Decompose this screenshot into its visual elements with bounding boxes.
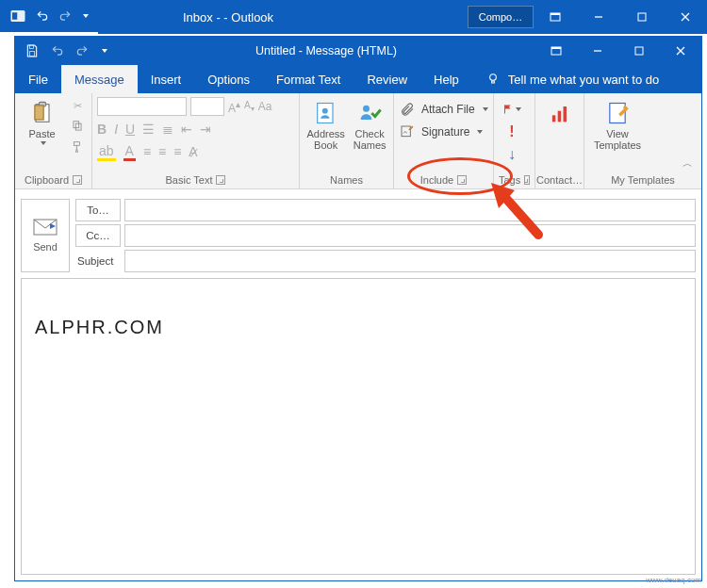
send-button[interactable]: Send (21, 199, 70, 272)
address-book-button[interactable]: Address Book (304, 96, 347, 151)
dialog-launcher-icon[interactable] (524, 175, 530, 185)
group-include: Attach File Signature Include (394, 93, 494, 188)
cc-input[interactable] (124, 224, 696, 247)
svg-rect-29 (563, 106, 567, 122)
undo-icon[interactable] (36, 9, 49, 23)
svg-rect-27 (551, 115, 555, 122)
svg-rect-28 (557, 111, 561, 122)
redo-icon[interactable] (58, 9, 72, 23)
send-label: Send (33, 241, 58, 253)
lightbulb-icon (485, 72, 501, 87)
svg-point-24 (322, 108, 328, 114)
paste-label: Paste (28, 128, 55, 139)
tab-help[interactable]: Help (420, 65, 472, 93)
tab-options[interactable]: Options (194, 65, 263, 93)
parent-qat (0, 0, 98, 34)
group-contacts: Contact… (535, 93, 584, 188)
taskbar-compose-tab[interactable]: Compo… (468, 6, 534, 28)
check-names-button[interactable]: Check Names (351, 96, 388, 151)
view-templates-label: View Templates (589, 128, 646, 151)
svg-point-16 (489, 74, 496, 81)
tab-review[interactable]: Review (354, 65, 420, 93)
font-size-input[interactable] (190, 97, 224, 116)
group-basic-text: A▴ A▾ Aa B I U ☰ ≣ ⇤ ⇥ ab (92, 93, 300, 188)
align-center-icon[interactable]: ≡ (158, 144, 166, 159)
chevron-down-icon (41, 141, 46, 145)
increase-indent-icon[interactable]: ⇥ (200, 122, 211, 137)
message-body[interactable]: ALPHR.COM (21, 278, 696, 575)
italic-icon[interactable]: I (114, 122, 118, 137)
subject-input[interactable] (124, 250, 696, 272)
align-left-icon[interactable]: ≡ (143, 144, 151, 159)
undo-icon[interactable] (51, 44, 64, 57)
check-names-icon (356, 100, 383, 126)
tell-me-search[interactable]: Tell me what you want to do (472, 65, 659, 93)
font-color-icon[interactable]: A (123, 143, 136, 161)
maximize-icon[interactable] (618, 37, 660, 65)
qat-customize-icon[interactable] (83, 14, 89, 18)
collapse-ribbon-icon[interactable]: ︿ (679, 153, 697, 174)
increase-font-icon[interactable]: A▴ (228, 99, 240, 115)
signature-button[interactable]: Signature (399, 122, 488, 141)
dialog-launcher-icon[interactable] (216, 175, 225, 185)
dialog-launcher-icon[interactable] (73, 175, 82, 185)
paste-button[interactable]: Paste (20, 96, 64, 145)
redo-icon[interactable] (75, 44, 89, 57)
underline-icon[interactable]: U (125, 122, 135, 137)
cut-icon[interactable]: ✂ (68, 96, 87, 115)
send-envelope-icon (33, 219, 58, 236)
svg-rect-1 (12, 12, 17, 20)
attach-file-button[interactable]: Attach File (399, 100, 488, 119)
numbering-icon[interactable]: ≣ (162, 122, 173, 137)
save-icon[interactable] (25, 43, 40, 58)
tell-me-label: Tell me what you want to do (508, 73, 659, 87)
font-name-input[interactable] (97, 97, 187, 116)
copy-icon[interactable] (68, 117, 87, 136)
group-tags-label: Tags (499, 174, 530, 188)
tab-insert[interactable]: Insert (138, 65, 195, 93)
decrease-indent-icon[interactable]: ⇤ (181, 122, 192, 137)
group-names-label: Names (304, 174, 388, 188)
group-names: Address Book Check Names Names (300, 93, 394, 188)
check-names-label: Check Names (351, 128, 388, 151)
svg-rect-3 (551, 13, 560, 15)
svg-rect-19 (34, 106, 42, 120)
follow-up-flag-icon[interactable] (502, 100, 521, 119)
contacts-addin-button[interactable] (540, 96, 579, 126)
close-icon[interactable] (660, 37, 701, 65)
compose-qat (15, 37, 117, 65)
clear-formatting-icon[interactable]: A̷ (189, 144, 198, 159)
decrease-font-icon[interactable]: A▾ (244, 100, 255, 113)
minimize-icon[interactable] (577, 37, 618, 65)
address-book-icon (313, 100, 339, 126)
bullets-icon[interactable]: ☰ (142, 122, 155, 137)
align-right-icon[interactable]: ≡ (173, 144, 181, 159)
view-templates-button[interactable]: View Templates (589, 96, 646, 151)
change-case-icon[interactable]: Aa (258, 100, 272, 113)
svg-rect-13 (635, 47, 643, 55)
tab-format-text[interactable]: Format Text (263, 65, 354, 93)
to-button[interactable]: To… (75, 199, 121, 221)
dialog-launcher-icon[interactable] (457, 175, 467, 185)
svg-rect-26 (402, 126, 410, 137)
low-importance-icon[interactable]: ↓ (502, 145, 521, 164)
highlight-icon[interactable]: ab (97, 143, 116, 161)
group-include-label: Include (399, 174, 488, 188)
compose-window-title: Untitled - Message (HTML) (117, 44, 535, 57)
qat-customize-icon[interactable] (102, 49, 107, 53)
close-icon[interactable] (664, 0, 707, 34)
outlook-app-icon (9, 8, 26, 24)
ribbon: Paste ✂ Clipboard A▴ A▾ (15, 93, 701, 189)
tab-message[interactable]: Message (61, 65, 138, 93)
cc-button[interactable]: Cc… (75, 224, 121, 247)
maximize-icon[interactable] (620, 0, 664, 34)
ribbon-display-icon[interactable] (535, 37, 577, 65)
to-input[interactable] (124, 199, 696, 221)
high-importance-icon[interactable]: ! (502, 122, 521, 141)
ribbon-display-icon[interactable] (534, 0, 577, 34)
format-painter-icon[interactable] (68, 138, 87, 156)
templates-icon (604, 100, 631, 126)
minimize-icon[interactable] (577, 0, 620, 34)
bold-icon[interactable]: B (97, 122, 107, 137)
tab-file[interactable]: File (15, 65, 61, 93)
